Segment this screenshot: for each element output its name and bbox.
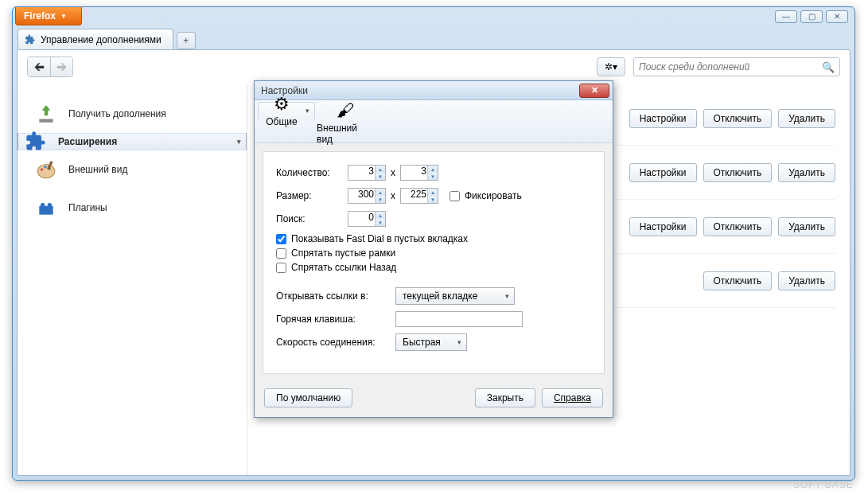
dialog-footer: По умолчанию Закрыть Справка <box>255 382 613 417</box>
titlebar: Firefox ▼ — ▢ ✕ <box>13 7 854 27</box>
close-window-button[interactable]: ✕ <box>826 10 848 23</box>
sidebar-item-get-addons[interactable]: Получить дополнения <box>18 95 247 133</box>
row-size: Размер: 300▲▼ x 225▲▼ Фиксировать <box>276 187 591 205</box>
sidebar-item-extensions[interactable]: Расширения <box>18 133 247 150</box>
svg-point-8 <box>48 203 52 207</box>
label-speed: Скорость соединения: <box>276 337 395 348</box>
addon-disable-button[interactable]: Отключить <box>703 271 773 290</box>
dialog-body: Количество: 3▲▼ x 3▲▼ Размер: 300▲▼ x 22… <box>263 151 605 374</box>
dialog-close-button[interactable]: ✕ <box>579 84 609 98</box>
palette-icon <box>35 158 57 181</box>
tools-gear-button[interactable]: ✲▾ <box>597 57 625 76</box>
label-count: Количество: <box>276 167 348 178</box>
fix-checkbox[interactable]: Фиксировать <box>450 190 522 201</box>
spinner-icon[interactable]: ▲▼ <box>427 166 438 180</box>
maximize-button[interactable]: ▢ <box>800 10 823 23</box>
hotkey-input[interactable] <box>395 311 523 327</box>
addon-disable-button[interactable]: Отключить <box>703 217 773 236</box>
defaults-button[interactable]: По умолчанию <box>264 388 352 407</box>
search-count-input[interactable]: 0▲▼ <box>348 211 386 227</box>
sidebar: Получить дополнения Расширения Внешний в… <box>18 84 247 475</box>
row-open-in: Открывать ссылки в: текущей вкладке <box>276 287 591 305</box>
download-icon <box>35 103 57 125</box>
tab-strip: Управление дополнениями + <box>13 27 854 49</box>
firefox-menu-button[interactable]: Firefox ▼ <box>15 7 82 25</box>
addon-remove-button[interactable]: Удалить <box>778 163 835 182</box>
label-size: Размер: <box>276 190 348 201</box>
addon-disable-button[interactable]: Отключить <box>703 109 773 128</box>
sidebar-item-plugins[interactable]: Плагины <box>18 189 247 227</box>
tab-addons[interactable]: Управление дополнениями <box>18 29 173 49</box>
sidebar-item-label: Плагины <box>68 202 107 213</box>
gear-icon: ⚙ <box>274 94 290 115</box>
dialog-tab-appearance[interactable]: 🖌 Внешний вид <box>317 102 374 142</box>
label-search: Поиск: <box>276 213 348 224</box>
x-separator: x <box>391 167 395 178</box>
fix-checkbox-input[interactable] <box>450 191 460 201</box>
svg-rect-0 <box>39 119 53 123</box>
brush-icon: 🖌 <box>337 100 354 121</box>
row-hotkey: Горячая клавиша: <box>276 311 591 327</box>
count-x-input[interactable]: 3▲▼ <box>348 165 386 181</box>
row-search: Поиск: 0▲▼ <box>276 211 591 227</box>
dropdown-triangle-icon: ▼ <box>60 13 67 20</box>
hide-frames-checkbox[interactable]: Спрятать пустые рамки <box>276 248 591 259</box>
nav-buttons: 🡰 🡲 <box>27 57 73 77</box>
search-icon[interactable]: 🔍 <box>822 61 835 73</box>
addon-remove-button[interactable]: Удалить <box>778 109 835 128</box>
minimize-button[interactable]: — <box>775 10 797 23</box>
dialog-tab-label: Общие <box>266 116 297 127</box>
spinner-icon[interactable]: ▲▼ <box>375 212 385 226</box>
addon-remove-button[interactable]: Удалить <box>778 271 835 290</box>
svg-point-7 <box>41 203 45 207</box>
label-open-in: Открывать ссылки в: <box>276 290 395 302</box>
dialog-tab-label: Внешний вид <box>317 123 374 145</box>
help-button[interactable]: Справка <box>542 388 603 407</box>
forward-button[interactable]: 🡲 <box>50 57 72 76</box>
window-controls: — ▢ ✕ <box>775 10 848 23</box>
spinner-icon[interactable]: ▲▼ <box>375 189 385 203</box>
watermark: SOFT BASE <box>793 479 854 490</box>
addon-disable-button[interactable]: Отключить <box>703 163 773 182</box>
addon-settings-button[interactable]: Настройки <box>629 217 697 236</box>
svg-point-3 <box>44 166 46 168</box>
svg-point-2 <box>41 168 43 170</box>
speed-select[interactable]: Быстрая <box>395 333 467 351</box>
hide-frames-checkbox-input[interactable] <box>276 248 286 259</box>
label-hotkey: Горячая клавиша: <box>276 314 395 325</box>
addon-remove-button[interactable]: Удалить <box>778 217 835 236</box>
addon-settings-button[interactable]: Настройки <box>629 109 697 128</box>
puzzle-icon <box>25 34 36 45</box>
search-input[interactable] <box>639 61 822 72</box>
back-button[interactable]: 🡰 <box>28 57 50 76</box>
open-in-select[interactable]: текущей вкладке <box>395 287 515 305</box>
search-box[interactable]: 🔍 <box>633 57 840 76</box>
size-w-input[interactable]: 300▲▼ <box>348 188 386 204</box>
hide-back-checkbox[interactable]: Спрятать ссылки Назад <box>276 262 591 273</box>
settings-dialog: Настройки ✕ ⚙ Общие 🖌 Внешний вид Количе… <box>254 80 613 418</box>
size-h-input[interactable]: 225▲▼ <box>400 188 438 204</box>
row-speed: Скорость соединения: Быстрая <box>276 333 591 351</box>
hide-back-checkbox-input[interactable] <box>276 263 286 273</box>
puzzle-icon <box>25 131 47 153</box>
sidebar-item-label: Внешний вид <box>68 164 127 175</box>
svg-rect-6 <box>39 206 53 215</box>
count-y-input[interactable]: 3▲▼ <box>400 165 438 181</box>
sidebar-item-label: Получить дополнения <box>68 108 166 119</box>
sidebar-item-appearance[interactable]: Внешний вид <box>18 150 247 189</box>
row-count: Количество: 3▲▼ x 3▲▼ <box>276 165 591 181</box>
spinner-icon[interactable]: ▲▼ <box>375 166 385 180</box>
sidebar-item-label: Расширения <box>58 136 117 147</box>
show-empty-checkbox-input[interactable] <box>276 234 286 244</box>
spinner-icon[interactable]: ▲▼ <box>427 189 438 203</box>
x-separator: x <box>391 190 395 201</box>
close-button[interactable]: Закрыть <box>475 388 535 407</box>
new-tab-button[interactable]: + <box>177 32 196 49</box>
addons-toolbar: 🡰 🡲 ✲▾ 🔍 <box>18 50 850 84</box>
firefox-menu-label: Firefox <box>24 10 56 21</box>
dialog-titlebar[interactable]: Настройки ✕ <box>255 81 613 100</box>
dialog-tab-general[interactable]: ⚙ Общие <box>258 102 315 119</box>
show-empty-checkbox[interactable]: Показывать Fast Dial в пустых вкладках <box>276 233 591 244</box>
dialog-tab-strip: ⚙ Общие 🖌 Внешний вид <box>255 100 613 143</box>
addon-settings-button[interactable]: Настройки <box>629 163 697 182</box>
